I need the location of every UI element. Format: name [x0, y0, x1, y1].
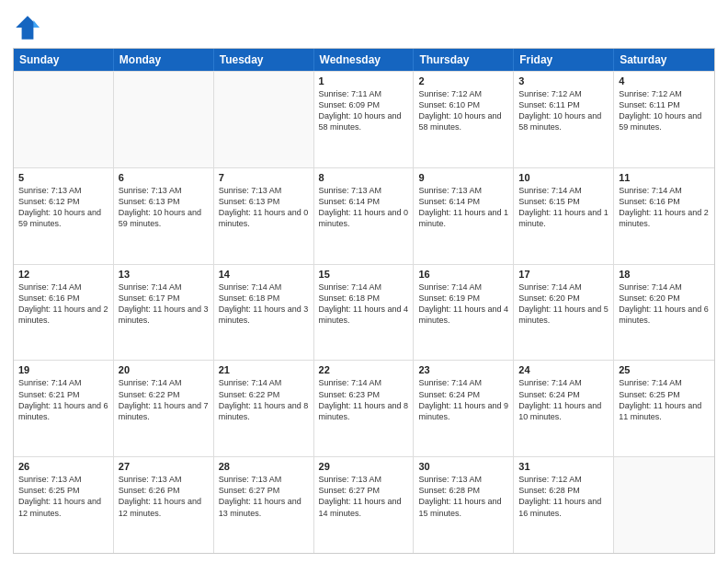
day-number: 15 — [319, 269, 409, 280]
day-cell-5: 5Sunrise: 7:13 AM Sunset: 6:12 PM Daylig… — [14, 168, 114, 264]
day-cell-17: 17Sunrise: 7:14 AM Sunset: 6:20 PM Dayli… — [514, 265, 614, 361]
day-info: Sunrise: 7:14 AM Sunset: 6:24 PM Dayligh… — [518, 377, 609, 422]
day-cell-16: 16Sunrise: 7:14 AM Sunset: 6:19 PM Dayli… — [414, 265, 514, 361]
day-cell-10: 10Sunrise: 7:14 AM Sunset: 6:15 PM Dayli… — [514, 168, 614, 264]
day-number: 16 — [418, 269, 508, 280]
day-number: 17 — [518, 269, 609, 280]
day-cell-19: 19Sunrise: 7:14 AM Sunset: 6:21 PM Dayli… — [14, 361, 114, 456]
day-info: Sunrise: 7:13 AM Sunset: 6:27 PM Dayligh… — [319, 474, 409, 519]
day-cell-11: 11Sunrise: 7:14 AM Sunset: 6:16 PM Dayli… — [614, 168, 714, 264]
day-number: 30 — [418, 461, 508, 472]
day-info: Sunrise: 7:12 AM Sunset: 6:10 PM Dayligh… — [418, 88, 508, 133]
day-info: Sunrise: 7:12 AM Sunset: 6:28 PM Dayligh… — [518, 474, 609, 519]
day-info: Sunrise: 7:14 AM Sunset: 6:22 PM Dayligh… — [119, 377, 209, 422]
day-cell-26: 26Sunrise: 7:13 AM Sunset: 6:25 PM Dayli… — [14, 457, 114, 553]
empty-cell-0-2 — [214, 72, 314, 167]
day-cell-27: 27Sunrise: 7:13 AM Sunset: 6:26 PM Dayli… — [114, 457, 214, 553]
day-cell-15: 15Sunrise: 7:14 AM Sunset: 6:18 PM Dayli… — [314, 265, 415, 361]
empty-cell-4-6 — [614, 457, 714, 553]
week-row-5: 26Sunrise: 7:13 AM Sunset: 6:25 PM Dayli… — [14, 456, 714, 553]
day-info: Sunrise: 7:12 AM Sunset: 6:11 PM Dayligh… — [619, 88, 710, 133]
day-number: 6 — [119, 172, 209, 183]
day-number: 28 — [219, 461, 309, 472]
day-number: 18 — [619, 269, 710, 280]
calendar: Sunday Monday Tuesday Wednesday Thursday… — [13, 48, 715, 554]
day-number: 23 — [418, 364, 508, 375]
day-number: 25 — [619, 364, 710, 375]
day-number: 26 — [18, 461, 108, 472]
day-cell-2: 2Sunrise: 7:12 AM Sunset: 6:10 PM Daylig… — [414, 72, 514, 167]
day-cell-21: 21Sunrise: 7:14 AM Sunset: 6:22 PM Dayli… — [214, 361, 314, 456]
logo — [13, 13, 46, 42]
header-friday: Friday — [514, 49, 614, 71]
day-number: 1 — [319, 75, 409, 86]
day-cell-30: 30Sunrise: 7:13 AM Sunset: 6:28 PM Dayli… — [414, 457, 514, 553]
day-number: 12 — [18, 269, 108, 280]
day-number: 5 — [18, 172, 108, 183]
day-number: 2 — [418, 75, 508, 86]
day-number: 10 — [518, 172, 609, 183]
day-cell-8: 8Sunrise: 7:13 AM Sunset: 6:14 PM Daylig… — [314, 168, 415, 264]
day-info: Sunrise: 7:13 AM Sunset: 6:14 PM Dayligh… — [319, 185, 409, 230]
day-cell-28: 28Sunrise: 7:13 AM Sunset: 6:27 PM Dayli… — [214, 457, 314, 553]
header-tuesday: Tuesday — [214, 49, 314, 71]
calendar-header: Sunday Monday Tuesday Wednesday Thursday… — [14, 49, 714, 71]
day-info: Sunrise: 7:14 AM Sunset: 6:23 PM Dayligh… — [319, 377, 409, 422]
day-info: Sunrise: 7:13 AM Sunset: 6:14 PM Dayligh… — [418, 185, 508, 230]
day-number: 22 — [319, 364, 409, 375]
day-cell-22: 22Sunrise: 7:14 AM Sunset: 6:23 PM Dayli… — [314, 361, 415, 456]
day-number: 9 — [418, 172, 508, 183]
header — [13, 9, 715, 42]
day-info: Sunrise: 7:14 AM Sunset: 6:20 PM Dayligh… — [619, 282, 710, 327]
page: Sunday Monday Tuesday Wednesday Thursday… — [0, 0, 728, 563]
calendar-body: 1Sunrise: 7:11 AM Sunset: 6:09 PM Daylig… — [14, 71, 714, 553]
day-number: 14 — [219, 269, 309, 280]
day-info: Sunrise: 7:13 AM Sunset: 6:27 PM Dayligh… — [219, 474, 309, 519]
day-cell-6: 6Sunrise: 7:13 AM Sunset: 6:13 PM Daylig… — [114, 168, 214, 264]
day-cell-25: 25Sunrise: 7:14 AM Sunset: 6:25 PM Dayli… — [614, 361, 714, 456]
day-number: 19 — [18, 364, 108, 375]
day-cell-4: 4Sunrise: 7:12 AM Sunset: 6:11 PM Daylig… — [614, 72, 714, 167]
day-info: Sunrise: 7:14 AM Sunset: 6:18 PM Dayligh… — [219, 282, 309, 327]
day-number: 8 — [319, 172, 409, 183]
day-info: Sunrise: 7:14 AM Sunset: 6:15 PM Dayligh… — [518, 185, 609, 230]
header-sunday: Sunday — [14, 49, 114, 71]
empty-cell-0-0 — [14, 72, 114, 167]
day-info: Sunrise: 7:14 AM Sunset: 6:25 PM Dayligh… — [619, 377, 710, 422]
day-info: Sunrise: 7:14 AM Sunset: 6:21 PM Dayligh… — [18, 377, 108, 422]
day-info: Sunrise: 7:14 AM Sunset: 6:19 PM Dayligh… — [418, 282, 508, 327]
day-info: Sunrise: 7:13 AM Sunset: 6:13 PM Dayligh… — [219, 185, 309, 230]
header-thursday: Thursday — [414, 49, 514, 71]
day-number: 27 — [119, 461, 209, 472]
day-info: Sunrise: 7:13 AM Sunset: 6:12 PM Dayligh… — [18, 185, 108, 230]
day-info: Sunrise: 7:14 AM Sunset: 6:16 PM Dayligh… — [619, 185, 710, 230]
header-monday: Monday — [114, 49, 214, 71]
day-number: 31 — [518, 461, 609, 472]
day-number: 3 — [518, 75, 609, 86]
logo-icon — [13, 13, 42, 42]
day-cell-13: 13Sunrise: 7:14 AM Sunset: 6:17 PM Dayli… — [114, 265, 214, 361]
day-cell-12: 12Sunrise: 7:14 AM Sunset: 6:16 PM Dayli… — [14, 265, 114, 361]
day-cell-3: 3Sunrise: 7:12 AM Sunset: 6:11 PM Daylig… — [514, 72, 614, 167]
day-cell-31: 31Sunrise: 7:12 AM Sunset: 6:28 PM Dayli… — [514, 457, 614, 553]
week-row-3: 12Sunrise: 7:14 AM Sunset: 6:16 PM Dayli… — [14, 264, 714, 361]
svg-marker-1 — [33, 20, 39, 28]
day-info: Sunrise: 7:14 AM Sunset: 6:24 PM Dayligh… — [418, 377, 508, 422]
day-info: Sunrise: 7:13 AM Sunset: 6:28 PM Dayligh… — [418, 474, 508, 519]
day-info: Sunrise: 7:14 AM Sunset: 6:17 PM Dayligh… — [119, 282, 209, 327]
empty-cell-0-1 — [114, 72, 214, 167]
day-number: 21 — [219, 364, 309, 375]
day-number: 11 — [619, 172, 710, 183]
header-saturday: Saturday — [614, 49, 714, 71]
day-cell-20: 20Sunrise: 7:14 AM Sunset: 6:22 PM Dayli… — [114, 361, 214, 456]
day-cell-29: 29Sunrise: 7:13 AM Sunset: 6:27 PM Dayli… — [314, 457, 415, 553]
day-info: Sunrise: 7:13 AM Sunset: 6:25 PM Dayligh… — [18, 474, 108, 519]
day-number: 7 — [219, 172, 309, 183]
day-info: Sunrise: 7:14 AM Sunset: 6:18 PM Dayligh… — [319, 282, 409, 327]
day-cell-24: 24Sunrise: 7:14 AM Sunset: 6:24 PM Dayli… — [514, 361, 614, 456]
header-wednesday: Wednesday — [314, 49, 415, 71]
week-row-4: 19Sunrise: 7:14 AM Sunset: 6:21 PM Dayli… — [14, 360, 714, 456]
day-cell-1: 1Sunrise: 7:11 AM Sunset: 6:09 PM Daylig… — [314, 72, 415, 167]
day-number: 20 — [119, 364, 209, 375]
day-info: Sunrise: 7:11 AM Sunset: 6:09 PM Dayligh… — [319, 88, 409, 133]
